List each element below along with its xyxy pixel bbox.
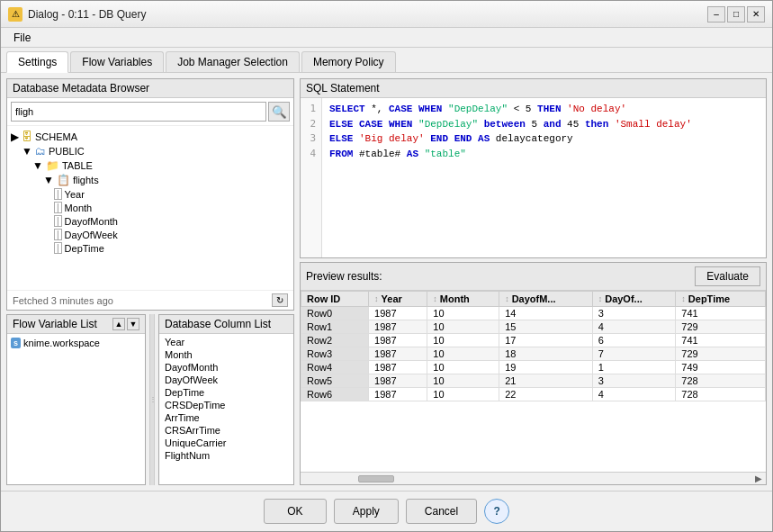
col-crsarrtime[interactable]: CRSArrTime — [161, 424, 292, 437]
flow-var-scroll-up[interactable]: ▲ — [112, 318, 125, 330]
right-panel: SQL Statement 1234 SELECT *, CASE WHEN "… — [300, 78, 767, 485]
tab-memory-policy[interactable]: Memory Policy — [301, 51, 396, 72]
year-cell: 1987 — [369, 374, 427, 388]
tab-flow-variables[interactable]: Flow Variables — [70, 51, 164, 72]
sql-editor[interactable]: SELECT *, CASE WHEN "DepDelay" < 5 THEN … — [322, 98, 766, 257]
sort-icon: ↕ — [681, 294, 686, 303]
file-menu[interactable]: File — [6, 30, 38, 46]
scroll-right-arrow[interactable]: ▶ — [755, 473, 762, 483]
flow-var-title-text: Flow Variable List — [13, 318, 97, 330]
tree-flights[interactable]: ▼ 📋 flights — [43, 173, 290, 187]
dialog-footer: OK Apply Cancel ? — [1, 491, 772, 531]
maximize-button[interactable]: □ — [727, 6, 745, 23]
dayofm-cell: 22 — [499, 388, 593, 401]
month-cell: 10 — [427, 388, 499, 401]
tree-public[interactable]: ▼ 🗂 PUBLIC — [22, 144, 290, 158]
dayofm-cell: 15 — [499, 320, 593, 334]
tree-deptime[interactable]: | DepTime — [54, 241, 290, 255]
search-button[interactable]: 🔍 — [268, 102, 290, 122]
deptime-cell: 728 — [676, 388, 766, 401]
db-footer: Fetched 3 minutes ago ↻ — [7, 290, 293, 310]
table-row: Row0 1987 10 14 3 741 — [301, 307, 766, 320]
dayofm-header: DayofM... — [512, 293, 556, 304]
deptime-header: DepTime — [688, 293, 730, 304]
col-year[interactable]: Year — [161, 336, 292, 348]
resize-handle[interactable]: ⋮ — [149, 314, 155, 485]
preview-title: Preview results: — [306, 270, 382, 283]
table-folder-label: TABLE — [62, 160, 93, 171]
dayofmonth-label: DayofMonth — [65, 216, 118, 227]
dayofm-cell: 19 — [499, 361, 593, 374]
search-row: 🔍 — [7, 98, 293, 126]
year-label: Year — [65, 189, 85, 200]
tab-settings[interactable]: Settings — [6, 51, 68, 73]
preview-scrollbar[interactable]: ▶ — [301, 472, 766, 484]
tree-schema[interactable]: ▶ 🗄 SCHEMA — [11, 130, 290, 144]
resize-dots: ⋮ — [149, 397, 156, 402]
col-flightnum[interactable]: FlightNum — [161, 449, 292, 462]
close-button[interactable]: ✕ — [747, 6, 765, 23]
tree-year[interactable]: | Year — [54, 187, 290, 201]
help-button[interactable]: ? — [484, 499, 509, 524]
left-panel: Database Metadata Browser 🔍 ▶ 🗄 SCHEMA ▼ — [6, 78, 294, 485]
minimize-button[interactable]: – — [707, 6, 725, 23]
flights-icon: 📋 — [57, 174, 70, 186]
col-dayofweek[interactable]: DayOfWeek — [161, 374, 292, 386]
dayof-cell: 4 — [592, 388, 676, 401]
col-dayofmonth[interactable]: DayofMonth — [161, 361, 292, 374]
window-icon: ⚠ — [8, 7, 22, 22]
flow-var-title: Flow Variable List ▲ ▼ — [7, 315, 145, 334]
deptime-cell: 749 — [676, 361, 766, 374]
deptime-cell: 741 — [676, 334, 766, 347]
db-column-panel: Database Column List Year Month DayofMon… — [158, 314, 294, 485]
main-row: Database Metadata Browser 🔍 ▶ 🗄 SCHEMA ▼ — [6, 78, 767, 485]
table-row: Row2 1987 10 17 6 741 — [301, 334, 766, 347]
tab-job-manager[interactable]: Job Manager Selection — [166, 51, 300, 72]
col-header-dayof: ↕DayOf... — [592, 292, 676, 307]
rowid-label: Row ID — [307, 293, 340, 304]
col-crsdeptime[interactable]: CRSDepTime — [161, 399, 292, 411]
year-cell: 1987 — [369, 320, 427, 334]
table-row: Row3 1987 10 18 7 729 — [301, 347, 766, 361]
evaluate-button[interactable]: Evaluate — [695, 266, 760, 286]
var-name: knime.workspace — [23, 338, 100, 348]
sql-panel: SQL Statement 1234 SELECT *, CASE WHEN "… — [300, 78, 767, 258]
table-row: Row6 1987 10 22 4 728 — [301, 388, 766, 401]
preview-table-wrapper[interactable]: Row ID ↕Year ↕Month ↕DayofM... ↕DayOf...… — [301, 291, 766, 472]
col-deptime[interactable]: DepTime — [161, 386, 292, 399]
flow-var-scroll-down[interactable]: ▼ — [127, 318, 139, 330]
tree-month[interactable]: | Month — [54, 201, 290, 214]
var-type-icon: s — [11, 338, 21, 348]
row-id-cell: Row3 — [301, 347, 369, 361]
month-cell: 10 — [427, 334, 499, 347]
menu-bar: File — [1, 28, 772, 48]
tree-table[interactable]: ▼ 📁 TABLE — [32, 158, 290, 173]
apply-button[interactable]: Apply — [334, 499, 399, 524]
flow-var-item[interactable]: s knime.workspace — [9, 336, 143, 350]
cancel-button[interactable]: Cancel — [406, 499, 477, 524]
tab-bar: Settings Flow Variables Job Manager Sele… — [1, 48, 772, 73]
tree-dayofmonth[interactable]: | DayofMonth — [54, 214, 290, 228]
year-cell: 1987 — [369, 388, 427, 401]
col-uniquecarrier[interactable]: UniqueCarrier — [161, 437, 292, 449]
table-folder-icon: 📁 — [46, 159, 59, 172]
refresh-button[interactable]: ↻ — [272, 293, 288, 307]
ok-button[interactable]: OK — [264, 499, 327, 524]
month-label: Month — [65, 203, 93, 213]
col-month[interactable]: Month — [161, 348, 292, 361]
year-cell: 1987 — [369, 334, 427, 347]
dayofm-cell: 17 — [499, 334, 593, 347]
expand-icon: ▶ — [11, 131, 19, 143]
db-browser-title: Database Metadata Browser — [7, 79, 293, 98]
col-arrtime[interactable]: ArrTime — [161, 411, 292, 424]
preview-title-row: Preview results: Evaluate — [301, 263, 766, 291]
db-col-list: Year Month DayofMonth DayOfWeek DepTime … — [159, 334, 293, 484]
table-row: Row1 1987 10 15 4 729 — [301, 320, 766, 334]
tree-dayofweek[interactable]: | DayOfWeek — [54, 228, 290, 241]
dayof-cell: 1 — [592, 361, 676, 374]
year-header: Year — [382, 293, 402, 304]
db-search-input[interactable] — [11, 102, 266, 122]
table-row: Row4 1987 10 19 1 749 — [301, 361, 766, 374]
deptime-cell: 728 — [676, 374, 766, 388]
schema-label: SCHEMA — [35, 131, 77, 142]
